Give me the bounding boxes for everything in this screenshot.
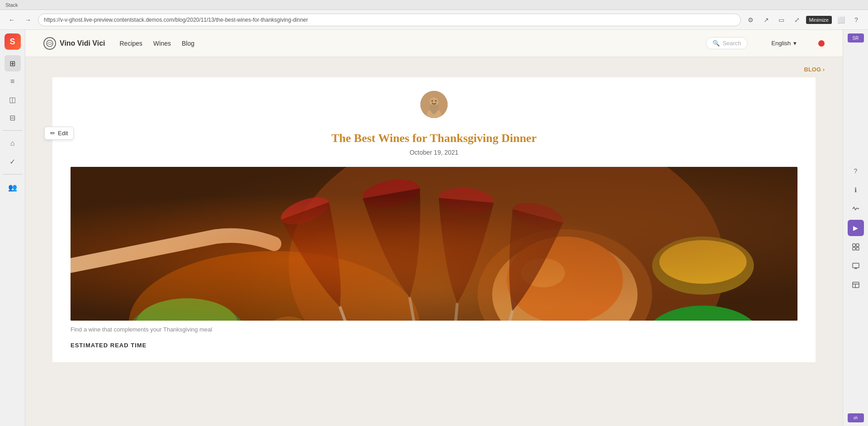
back-button[interactable]: ← — [5, 14, 18, 26]
forward-button[interactable]: → — [22, 14, 34, 26]
left-sidebar: S ⊞ ≡ ◫ ⊟ ⌂ ✓ 👥 — [0, 30, 25, 426]
play-icon[interactable]: ▶ — [848, 220, 864, 236]
sidebar-icon-list[interactable]: ≡ — [5, 73, 21, 90]
chevron-down-icon: ▾ — [793, 40, 797, 47]
search-bar[interactable]: 🔍 Search — [706, 37, 748, 49]
svg-rect-37 — [853, 247, 855, 250]
help-icon[interactable]: ? — [848, 163, 864, 179]
settings-button[interactable]: ⚙ — [745, 14, 757, 26]
app-logo: S — [5, 33, 21, 50]
expand-button[interactable]: ⤢ — [791, 14, 803, 26]
app-title: Stack — [5, 2, 18, 8]
site-logo-text: Vino Vidi Vici — [60, 39, 105, 47]
edit-icon: ✏ — [50, 130, 55, 137]
avatar-image — [420, 91, 448, 118]
svg-point-4 — [432, 100, 433, 102]
notification-dot — [818, 40, 825, 47]
breadcrumb-text: BLOG › — [804, 66, 825, 73]
right-sidebar: SR ? ℹ ▶ — [843, 30, 868, 426]
estimated-read-time-heading: ESTIMATED READ TIME — [71, 342, 797, 349]
help-button[interactable]: ? — [850, 14, 863, 26]
tablet-view-button[interactable]: ▭ — [775, 14, 788, 26]
nav-blog[interactable]: Blog — [182, 40, 194, 47]
hero-image — [71, 167, 797, 321]
sidebar-divider — [3, 130, 23, 131]
screen-icon[interactable] — [848, 258, 864, 274]
breadcrumb[interactable]: BLOG › — [25, 57, 843, 77]
article-caption: Find a wine that complements your Thanks… — [71, 326, 797, 333]
language-label: English — [771, 40, 791, 47]
sh-button[interactable]: sh — [848, 413, 864, 422]
article-title: The Best Wines for Thanksgiving Dinner — [71, 132, 797, 145]
nav-wines[interactable]: Wines — [153, 40, 171, 47]
minimize-tooltip: Minimize — [806, 16, 832, 24]
share-button[interactable]: ↗ — [760, 14, 773, 26]
svg-rect-36 — [856, 244, 859, 246]
top-bar: Stack — [0, 0, 868, 10]
logo-icon — [43, 37, 56, 50]
url-bar[interactable]: https://v-v-ghost.live-preview.contentst… — [38, 14, 741, 26]
sidebar-icon-layers[interactable]: ◫ — [5, 91, 21, 108]
sidebar-icon-people[interactable]: 👥 — [5, 179, 21, 195]
svg-point-5 — [435, 100, 437, 102]
website-navbar: Vino Vidi Vici Recipes Wines Blog 🔍 Sear… — [25, 30, 843, 57]
edit-button[interactable]: ✏ Edit — [44, 127, 74, 140]
language-selector[interactable]: English ▾ — [771, 40, 797, 47]
components-icon[interactable] — [848, 239, 864, 255]
nav-links: Recipes Wines Blog — [119, 40, 194, 47]
activity-icon[interactable] — [848, 201, 864, 217]
sidebar-icon-grid[interactable]: ⊞ — [5, 55, 21, 71]
article-container: The Best Wines for Thanksgiving Dinner O… — [52, 77, 816, 362]
author-avatar — [420, 91, 448, 118]
svg-rect-42 — [853, 282, 859, 288]
preview-panel: ✏ Edit Vino Vidi Vici Recipes Wines — [25, 30, 843, 426]
sidebar-icon-check[interactable]: ✓ — [5, 153, 21, 170]
browser-actions: ⚙ ↗ ▭ ⤢ Minimize ⬜ ? — [745, 14, 863, 26]
sidebar-divider-2 — [3, 174, 23, 175]
article-date: October 19, 2021 — [71, 149, 797, 156]
site-logo: Vino Vidi Vici — [43, 37, 105, 50]
svg-rect-35 — [853, 244, 855, 246]
nav-recipes[interactable]: Recipes — [119, 40, 142, 47]
svg-rect-39 — [853, 263, 859, 268]
search-icon: 🔍 — [712, 40, 720, 47]
layout-icon[interactable] — [848, 277, 864, 293]
sr-button[interactable]: SR — [848, 33, 864, 43]
sidebar-icon-home[interactable]: ⌂ — [5, 135, 21, 151]
url-text: https://v-v-ghost.live-preview.contentst… — [44, 17, 308, 23]
fullscreen-button[interactable]: ⬜ — [835, 14, 847, 26]
svg-rect-38 — [856, 247, 859, 250]
sidebar-icon-blocks[interactable]: ⊟ — [5, 109, 21, 126]
edit-label: Edit — [58, 130, 68, 137]
browser-chrome: ← → https://v-v-ghost.live-preview.conte… — [0, 10, 868, 30]
search-placeholder: Search — [722, 40, 741, 47]
info-icon[interactable]: ℹ — [848, 182, 864, 198]
